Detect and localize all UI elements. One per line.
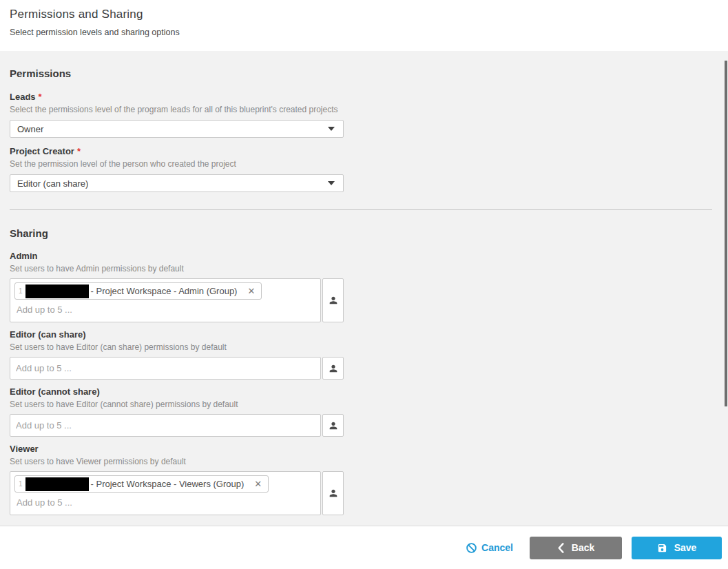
editor-can-share-description: Set users to have Editor (can share) per… [10, 342, 712, 352]
editor-can-share-token-row [10, 357, 712, 380]
leads-select[interactable]: Owner [10, 120, 344, 138]
viewer-group-chip: 1 - Project Workspace - Viewers (Group) … [14, 475, 269, 493]
chevron-down-icon [328, 181, 335, 185]
editor-can-share-input-box[interactable] [10, 357, 321, 380]
leads-select-value: Owner [17, 124, 328, 134]
project-creator-label-text: Project Creator [10, 146, 74, 156]
required-asterisk: * [39, 92, 42, 102]
editor-cannot-share-input-box[interactable] [10, 414, 321, 437]
editor-cannot-share-label: Editor (cannot share) [10, 386, 712, 397]
editor-can-share-label: Editor (can share) [10, 329, 712, 340]
sharing-heading: Sharing [10, 227, 712, 239]
person-icon [328, 363, 339, 374]
admin-group-chip: 1 - Project Workspace - Admin (Group) ✕ [14, 282, 262, 300]
permissions-heading: Permissions [10, 68, 712, 79]
page-subtitle: Select permission levels and sharing opt… [10, 28, 718, 37]
page-title: Permissions and Sharing [10, 8, 718, 21]
permissions-sharing-page: Permissions and Sharing Select permissio… [0, 0, 728, 569]
chevron-down-icon [328, 127, 335, 131]
chip-remove-icon[interactable]: ✕ [254, 479, 262, 489]
page-header: Permissions and Sharing Select permissio… [0, 0, 728, 51]
viewer-token-row: 1 - Project Workspace - Viewers (Group) … [10, 471, 712, 515]
redacted-text [25, 284, 89, 298]
viewer-description: Set users to have Viewer permissions by … [10, 457, 712, 466]
admin-label: Admin [10, 251, 712, 261]
chip-label: - Project Workspace - Viewers (Group) [91, 479, 245, 489]
project-creator-select[interactable]: Editor (can share) [10, 174, 344, 192]
section-divider [10, 209, 712, 210]
editor-cannot-share-add-user-input[interactable] [16, 420, 222, 431]
editor-can-share-user-picker-button[interactable] [322, 357, 344, 380]
admin-user-picker-button[interactable] [322, 278, 344, 322]
person-icon [328, 420, 339, 431]
admin-token-row: 1 - Project Workspace - Admin (Group) ✕ [10, 278, 712, 322]
admin-share-field: Admin Set users to have Admin permission… [10, 251, 712, 322]
save-floppy-icon [657, 543, 667, 553]
save-button[interactable]: Save [632, 537, 722, 559]
leads-label: Leads* [10, 92, 712, 102]
project-creator-select-value: Editor (can share) [17, 178, 328, 189]
redacted-text [25, 477, 89, 491]
ban-icon [466, 542, 477, 554]
person-icon [328, 295, 339, 306]
form-content: Permissions Leads* Select the permission… [0, 51, 728, 526]
viewer-token-input-box[interactable]: 1 - Project Workspace - Viewers (Group) … [10, 471, 321, 515]
viewer-add-user-input[interactable] [17, 497, 223, 508]
viewer-user-picker-button[interactable] [322, 471, 344, 515]
cancel-label: Cancel [481, 542, 513, 553]
editor-cannot-share-user-picker-button[interactable] [322, 414, 344, 437]
editor-cannot-share-field: Editor (cannot share) Set users to have … [10, 386, 712, 437]
editor-can-share-field: Editor (can share) Set users to have Edi… [10, 329, 712, 380]
chip-remove-icon[interactable]: ✕ [247, 286, 255, 296]
editor-cannot-share-token-row [10, 414, 712, 437]
back-button[interactable]: Back [530, 537, 622, 559]
admin-token-input-box[interactable]: 1 - Project Workspace - Admin (Group) ✕ [10, 278, 321, 322]
admin-description: Set users to have Admin permissions by d… [10, 264, 712, 273]
leads-label-text: Leads [10, 92, 36, 102]
chip-label: - Project Workspace - Admin (Group) [91, 286, 238, 296]
project-creator-label: Project Creator* [10, 146, 712, 156]
admin-add-user-input[interactable] [17, 304, 223, 315]
project-creator-description: Set the permission level of the person w… [10, 159, 712, 169]
viewer-label: Viewer [10, 444, 712, 454]
project-creator-field: Project Creator* Set the permission leve… [10, 146, 712, 192]
chip-index: 1 [19, 480, 23, 488]
person-icon [328, 488, 339, 499]
cancel-button[interactable]: Cancel [466, 542, 513, 554]
leads-description: Select the permissions level of the prog… [10, 105, 712, 114]
editor-cannot-share-description: Set users to have Editor (cannot share) … [10, 400, 712, 409]
editor-can-share-add-user-input[interactable] [16, 363, 222, 373]
required-asterisk: * [77, 146, 81, 156]
chip-index: 1 [19, 287, 23, 295]
save-label: Save [674, 542, 697, 553]
chevron-left-icon [557, 543, 565, 553]
scrollbar-thumb[interactable] [725, 61, 727, 406]
leads-field: Leads* Select the permissions level of t… [10, 92, 712, 138]
viewer-share-field: Viewer Set users to have Viewer permissi… [10, 444, 712, 515]
back-label: Back [572, 542, 594, 553]
footer-actions: Cancel Back Save [0, 526, 728, 569]
